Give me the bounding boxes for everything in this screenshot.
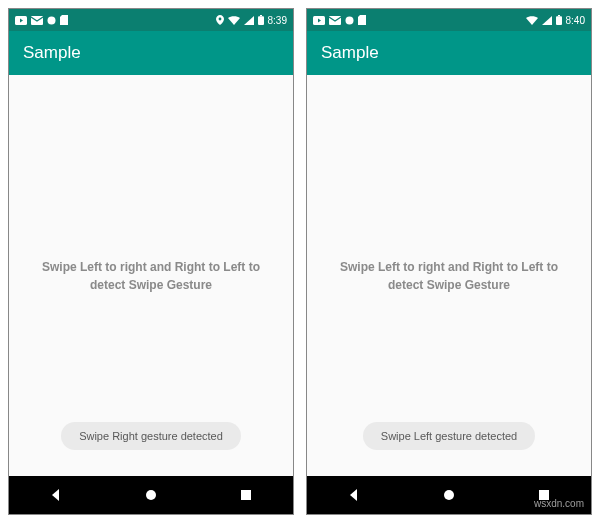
svg-point-13 [444,490,454,500]
toast-container: Swipe Left gesture detected [307,422,591,450]
location-icon [216,15,224,25]
app-title: Sample [23,43,81,63]
wifi-icon [526,16,538,25]
youtube-icon [313,16,325,25]
status-right: 8:40 [526,15,585,26]
svg-rect-11 [558,15,560,16]
status-left [313,15,366,25]
toast-message: Swipe Left gesture detected [363,422,535,450]
app-title: Sample [321,43,379,63]
instruction-text: Swipe Left to right and Right to Left to… [321,258,577,294]
svg-rect-12 [556,16,562,25]
swipe-area[interactable]: Swipe Left to right and Right to Left to… [307,75,591,476]
home-button[interactable] [429,476,469,514]
status-right: 8:39 [216,15,287,26]
signal-icon [542,16,552,25]
watermark: wsxdn.com [534,498,584,509]
back-button[interactable] [334,476,374,514]
svg-rect-4 [260,15,262,16]
battery-icon [258,15,264,25]
status-bar: 8:40 [307,9,591,31]
battery-icon [556,15,562,25]
youtube-icon [15,16,27,25]
status-time: 8:40 [566,15,585,26]
status-time: 8:39 [268,15,287,26]
instruction-text: Swipe Left to right and Right to Left to… [23,258,279,294]
swipe-area[interactable]: Swipe Left to right and Right to Left to… [9,75,293,476]
status-left [15,15,68,25]
circle-icon [345,16,354,25]
circle-icon [47,16,56,25]
app-bar: Sample [307,31,591,75]
svg-point-10 [346,16,354,24]
signal-icon [244,16,254,25]
svg-point-3 [218,18,221,21]
svg-point-2 [48,16,56,24]
recent-apps-button[interactable] [226,476,266,514]
navigation-bar [9,476,293,514]
svg-rect-5 [258,16,264,25]
svg-rect-7 [241,490,251,500]
sim-icon [60,15,68,25]
phone-screen-2: 8:40 Sample Swipe Left to right and Righ… [306,8,592,515]
home-button[interactable] [131,476,171,514]
toast-message: Swipe Right gesture detected [61,422,241,450]
gmail-icon [329,16,341,25]
sim-icon [358,15,366,25]
status-bar: 8:39 [9,9,293,31]
back-button[interactable] [36,476,76,514]
wifi-icon [228,16,240,25]
phone-screen-1: 8:39 Sample Swipe Left to right and Righ… [8,8,294,515]
gmail-icon [31,16,43,25]
toast-container: Swipe Right gesture detected [9,422,293,450]
svg-point-6 [146,490,156,500]
app-bar: Sample [9,31,293,75]
